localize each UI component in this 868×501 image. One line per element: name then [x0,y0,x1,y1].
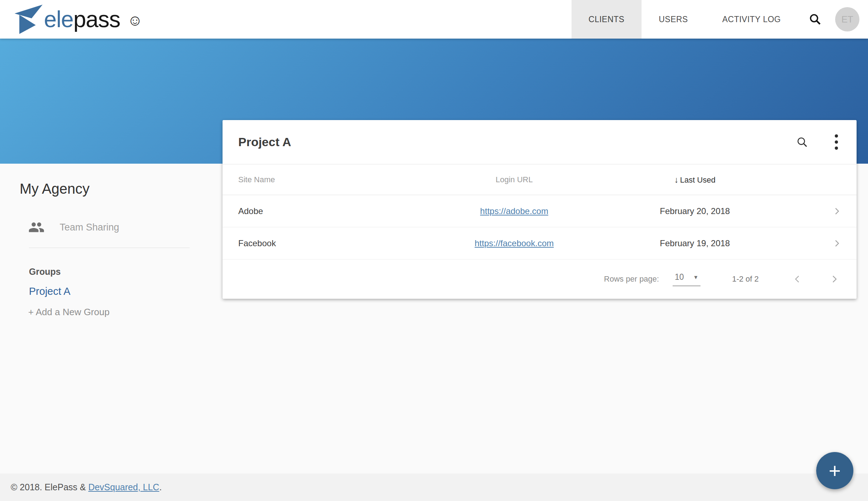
row-detail-button[interactable] [832,206,842,217]
row-detail-button[interactable] [832,238,842,249]
last-used-cell: February 20, 2018 [616,206,774,216]
page-footer: © 2018. ElePass & DevSquared, LLC. [0,473,868,501]
site-name-cell: Facebook [223,238,413,248]
main-content: My Agency Team Sharing Groups Project A … [0,164,868,473]
user-avatar[interactable]: ET [835,7,859,31]
rows-per-page-select[interactable]: 10 ▼ [673,272,700,286]
search-icon [809,13,822,26]
login-url-link[interactable]: https://adobe.com [480,206,548,216]
tab-activity-log[interactable]: ACTIVITY LOG [705,0,798,39]
logo-text-pass: pass [73,6,120,32]
logo-text-ele: ele [44,6,73,32]
people-icon [28,219,45,235]
table-row[interactable]: Facebook https://facebook.com February 1… [223,227,857,259]
card-header: Project A [223,120,857,164]
previous-page-button[interactable] [792,273,803,285]
copyright-suffix: . [159,482,162,492]
add-site-fab[interactable]: + [816,452,853,489]
site-name-cell: Adobe [223,206,413,216]
sidebar: My Agency Team Sharing Groups Project A … [20,181,198,318]
avatar-initials: ET [841,14,853,25]
tab-clients[interactable]: CLIENTS [572,0,642,39]
search-icon [796,136,808,148]
top-navbar: elepass ☺ CLIENTS USERS ACTIVITY LOG ET [0,0,868,39]
group-detail-card: Project A Site Name Login URL ↓Last [223,120,857,299]
kebab-dot [835,147,838,150]
chevron-left-icon [792,273,803,285]
kebab-dot [835,140,838,144]
add-new-group-button[interactable]: + Add a New Group [28,307,198,318]
column-header-login-url[interactable]: Login URL [413,175,616,184]
global-search-button[interactable] [809,13,822,26]
table-row[interactable]: Adobe https://adobe.com February 20, 201… [223,195,857,227]
table-pagination: Rows per page: 10 ▼ 1-2 of 2 [223,259,857,299]
devsquared-link[interactable]: DevSquared, LLC [88,482,159,492]
team-sharing-label: Team Sharing [60,222,119,233]
card-header-actions [796,132,841,153]
smiley-icon: ☺ [128,12,143,29]
primary-nav: CLIENTS USERS ACTIVITY LOG [572,0,798,39]
agency-name-heading: My Agency [20,181,198,197]
dropdown-caret-icon: ▼ [693,274,699,280]
sort-desc-icon: ↓ [674,175,679,184]
rows-per-page-label: Rows per page: [604,274,659,284]
kebab-dot [835,134,838,138]
rows-per-page-value: 10 [675,272,684,282]
card-search-button[interactable] [796,136,808,148]
column-header-site-name[interactable]: Site Name [223,175,413,184]
elepass-logo-icon [13,4,43,35]
sidebar-divider [29,248,190,248]
groups-heading: Groups [29,267,198,277]
table-header-row: Site Name Login URL ↓Last Used [223,164,857,195]
last-used-cell: February 19, 2018 [616,238,774,248]
copyright-text: © 2018. ElePass & DevSquared, LLC. [11,482,162,492]
card-menu-button[interactable] [832,132,841,153]
plus-icon: + [829,460,841,481]
chevron-right-icon [832,238,842,249]
login-url-link[interactable]: https://facebook.com [475,238,554,248]
brand-logo-text: elepass [44,8,120,31]
pagination-range-label: 1-2 of 2 [732,274,759,284]
card-title: Project A [238,135,796,149]
next-page-button[interactable] [829,273,840,285]
brand-logo[interactable]: elepass [13,4,120,35]
chevron-right-icon [832,206,842,217]
last-used-label: Last Used [680,175,715,184]
sidebar-item-team-sharing[interactable]: Team Sharing [28,219,198,235]
sidebar-group-project-a[interactable]: Project A [29,286,198,297]
chevron-right-icon [829,273,840,285]
copyright-prefix: © 2018. ElePass & [11,482,88,492]
column-header-last-used[interactable]: ↓Last Used [616,175,774,185]
tab-users[interactable]: USERS [642,0,705,39]
